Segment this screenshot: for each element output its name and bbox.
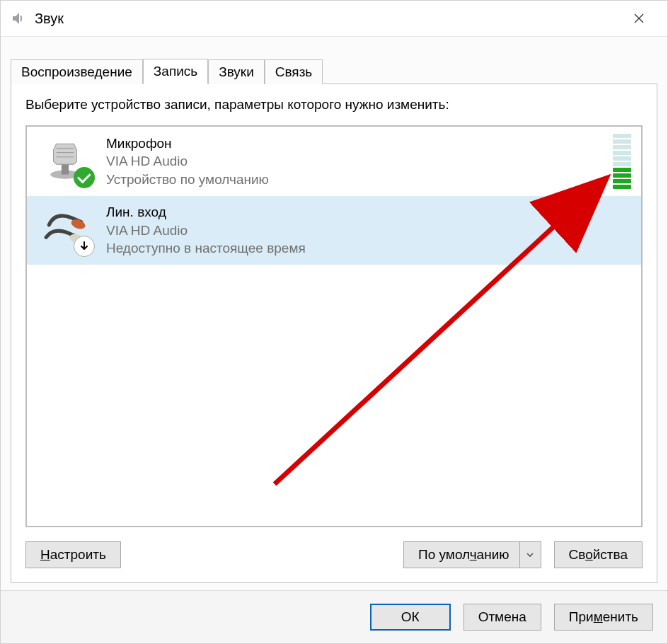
content-area: Воспроизведение Запись Звуки Связь Выбер… [1, 36, 667, 590]
dialog-bottom-bar: ОК Отмена Применить [1, 590, 667, 643]
device-list[interactable]: Микрофон VIA HD Audio Устройство по умол… [25, 125, 643, 527]
device-desc: VIA HD Audio [106, 222, 631, 240]
window-title: Звук [35, 11, 618, 27]
device-text: Лин. вход VIA HD Audio Недоступно в наст… [106, 203, 631, 258]
cancel-button[interactable]: Отмена [463, 604, 541, 631]
set-default-dropdown[interactable] [520, 541, 541, 568]
down-arrow-badge-icon [74, 236, 95, 257]
line-in-icon [37, 205, 93, 255]
ok-button[interactable]: ОК [370, 604, 451, 631]
tab-panel-recording: Выберите устройство записи, параметры ко… [11, 84, 657, 583]
configure-button[interactable]: Настроить [25, 541, 121, 568]
titlebar: Звук [1, 1, 667, 36]
microphone-icon [37, 136, 93, 187]
default-device-badge-icon [74, 167, 95, 188]
tab-recording[interactable]: Запись [143, 59, 208, 84]
close-button[interactable] [618, 1, 660, 36]
device-desc: VIA HD Audio [106, 152, 600, 171]
level-meter [613, 134, 631, 189]
device-name: Лин. вход [106, 203, 631, 222]
instruction-text: Выберите устройство записи, параметры ко… [25, 97, 643, 113]
set-default-split-button[interactable]: По умолчанию [403, 541, 541, 568]
chevron-down-icon [526, 551, 534, 559]
device-status: Устройство по умолчанию [106, 171, 600, 189]
device-status: Недоступно в настоящее время [106, 239, 631, 258]
tab-communications[interactable]: Связь [265, 59, 323, 84]
sound-dialog: Звук Воспроизведение Запись Звуки Связь … [0, 0, 668, 644]
device-text: Микрофон VIA HD Audio Устройство по умол… [106, 134, 600, 189]
set-default-button[interactable]: По умолчанию [403, 541, 520, 568]
panel-buttons: Настроить По умолчанию Свойства [25, 541, 643, 568]
device-name: Микрофон [106, 134, 600, 153]
apply-button[interactable]: Применить [554, 604, 653, 631]
tab-strip: Воспроизведение Запись Звуки Связь [11, 58, 657, 84]
tab-playback[interactable]: Воспроизведение [11, 59, 143, 84]
tab-sounds[interactable]: Звуки [208, 59, 265, 84]
app-icon [8, 8, 28, 28]
device-row-microphone[interactable]: Микрофон VIA HD Audio Устройство по умол… [27, 127, 641, 196]
device-row-line-in[interactable]: Лин. вход VIA HD Audio Недоступно в наст… [27, 196, 641, 265]
properties-button[interactable]: Свойства [554, 541, 643, 568]
